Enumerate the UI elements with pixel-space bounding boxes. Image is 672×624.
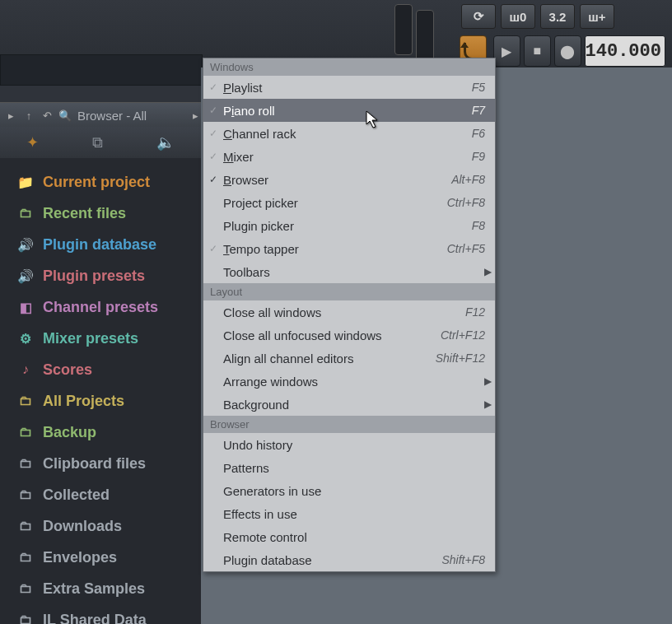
search-icon[interactable]: 🔍 [59,109,71,122]
browser-item-recent-files[interactable]: 🗀Recent files [0,198,201,229]
browser-item-current-project[interactable]: 📁Current project [0,166,201,198]
menu-section-browser: Browser [203,416,495,433]
browser-item-clipboard-files[interactable]: 🗀Clipboard files [0,448,201,479]
browser-item-downloads[interactable]: 🗀Downloads [0,510,201,542]
browser-item-mixer-presets[interactable]: ⚙Mixer presets [0,323,201,354]
folder-icon: 🗀 [16,456,35,471]
menu-item-mixer[interactable]: ✓MixerF9 [203,145,495,168]
check-icon: ✓ [203,174,223,185]
menu-shortcut: Alt+F8 [419,173,495,186]
menu-item-label: Tempo tapper [223,242,419,256]
browser-item-collected[interactable]: 🗀Collected [0,479,201,510]
folder-icon: 🗀 [16,519,35,533]
browser-item-plugin-database[interactable]: 🔊Plugin database [0,229,201,260]
menu-item-patterns[interactable]: Patterns [203,456,495,479]
browser-item-scores[interactable]: ♪Scores [0,354,201,385]
menu-item-generators-in-use[interactable]: Generators in use [203,479,495,502]
browser-toolbar: ✦ ⧉ 🔈 [0,127,201,158]
folder-icon: 🗀 [16,612,35,624]
submenu-arrow-icon: ▶ [480,266,495,277]
folder-icon: ♪ [16,362,35,377]
expand-icon[interactable]: ▸ [189,109,201,122]
folder-icon: 🗀 [16,425,35,440]
browser-item-label: Extra Samples [43,580,145,598]
menu-section-windows: Windows [203,58,495,76]
folder-icon: 🗀 [16,487,35,502]
metronome-icon[interactable]: ⟳ [461,4,496,29]
browser-item-backup[interactable]: 🗀Backup [0,417,201,448]
browser-item-label: Clipboard files [43,455,146,473]
menu-item-label: Piano roll [223,104,419,118]
menu-item-close-all-windows[interactable]: Close all windowsF12 [203,300,495,324]
menu-item-browser[interactable]: ✓BrowserAlt+F8 [203,168,495,191]
browser-item-label: Downloads [43,518,122,535]
browser-item-label: Current project [43,174,150,191]
menu-item-playlist[interactable]: ✓PlaylistF5 [203,76,495,99]
menu-item-plugin-database[interactable]: Plugin databaseShift+F8 [203,548,495,571]
history-back-icon[interactable]: ↶ [41,109,53,122]
menu-item-tempo-tapper[interactable]: ✓Tempo tapperCtrl+F5 [203,237,495,260]
menu-item-label: Generators in use [223,484,495,498]
snap-plus-button[interactable]: ш+ [580,4,614,29]
slider-1[interactable] [394,4,413,55]
browser-item-all-projects[interactable]: 🗀All Projects [0,385,201,417]
browser-item-label: Channel presets [43,299,158,316]
stop-button[interactable]: ■ [524,35,551,67]
browser-item-channel-presets[interactable]: ◧Channel presets [0,291,201,323]
menu-item-label: Project picker [223,196,419,210]
volume-icon[interactable]: 🔈 [156,133,175,151]
menu-item-align-all-channel-editors[interactable]: Align all channel editorsShift+F12 [203,347,495,370]
view-menu-dropdown: Windows✓PlaylistF5✓Piano rollF7✓Channel … [203,58,496,572]
menu-item-project-picker[interactable]: Project pickerCtrl+F8 [203,191,495,214]
menu-shortcut: F9 [419,150,495,163]
browser-item-label: Plugin database [43,236,156,254]
browser-item-extra-samples[interactable]: 🗀Extra Samples [0,573,201,604]
browser-item-label: Plugin presets [43,268,145,285]
record-button[interactable]: ⬤ [554,35,581,67]
browser-item-il-shared-data[interactable]: 🗀IL Shared Data [0,604,201,624]
menu-item-label: Close all unfocused windows [223,328,419,342]
top-tool-row: ⟳ ш0 3.2 ш+ [461,3,614,30]
menu-shortcut: Ctrl+F8 [419,196,495,209]
menu-shortcut: Shift+F8 [419,553,495,566]
menu-item-arrange-windows[interactable]: Arrange windows▶ [203,370,495,393]
menu-item-close-all-unfocused-windows[interactable]: Close all unfocused windowsCtrl+F12 [203,324,495,347]
menu-item-label: Effects in use [223,507,495,521]
menu-section-layout: Layout [203,283,495,300]
menu-item-label: Playlist [223,81,419,95]
check-icon: ✓ [203,81,223,93]
menu-item-undo-history[interactable]: Undo history [203,433,495,456]
browser-header[interactable]: ▸ ↑ ↶ 🔍 Browser - All ▸ [0,102,206,128]
snap-button[interactable]: ш0 [501,4,535,29]
browser-item-plugin-presets[interactable]: 🔊Plugin presets [0,260,201,291]
collapse-icon[interactable]: ▸ [5,109,16,122]
browser-item-envelopes[interactable]: 🗀Envelopes [0,542,201,573]
tempo-display[interactable]: 140.000 [585,35,665,67]
menu-item-remote-control[interactable]: Remote control [203,525,495,548]
menu-item-background[interactable]: Background▶ [203,393,495,416]
menu-item-channel-rack[interactable]: ✓Channel rackF6 [203,122,495,145]
menu-item-label: Undo history [223,438,495,452]
favorites-icon[interactable]: ✦ [26,133,39,151]
submenu-arrow-icon: ▶ [480,398,495,410]
menu-item-effects-in-use[interactable]: Effects in use [203,502,495,525]
browser-item-label: Backup [43,424,96,441]
slider-2[interactable] [416,10,434,61]
copy-icon[interactable]: ⧉ [92,134,103,151]
menu-item-label: Browser [223,173,419,187]
check-icon: ✓ [203,151,223,162]
folder-icon: 🗀 [16,581,35,596]
hint-panel [0,54,203,86]
folder-icon: 🗀 [16,550,35,565]
browser-tree: 📁Current project🗀Recent files🔊Plugin dat… [0,158,201,624]
folder-icon: ◧ [16,300,35,315]
menu-item-piano-roll[interactable]: ✓Piano rollF7 [203,99,495,122]
menu-item-toolbars[interactable]: Toolbars▶ [203,260,495,283]
menu-shortcut: Shift+F12 [419,352,495,365]
play-button[interactable]: ▶ [493,35,520,67]
browser-item-label: Collected [43,487,110,504]
up-arrow-icon[interactable]: ↑ [23,109,35,122]
check-icon: ✓ [203,128,223,139]
snap-value-button[interactable]: 3.2 [540,4,575,29]
menu-item-plugin-picker[interactable]: Plugin pickerF8 [203,214,495,237]
